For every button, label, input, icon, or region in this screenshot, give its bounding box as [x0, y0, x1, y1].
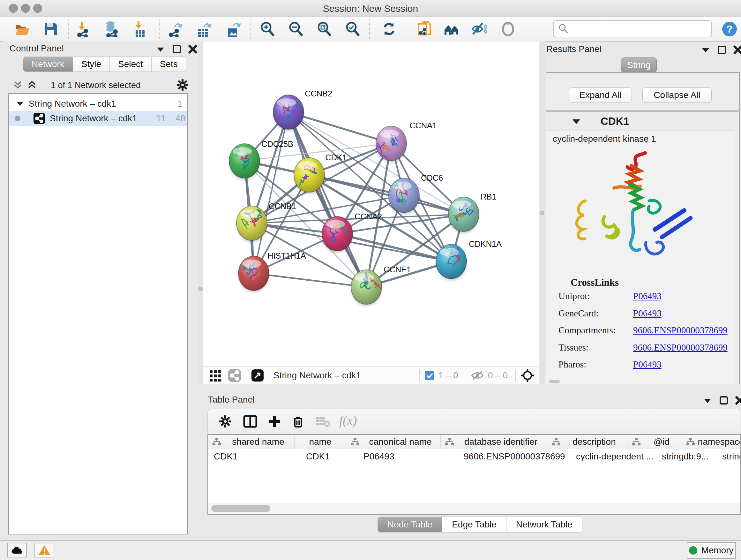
expand-all-button[interactable]: Expand All: [569, 87, 632, 103]
clone-network-icon[interactable]: [415, 20, 433, 38]
float-menu-icon[interactable]: [156, 45, 165, 53]
tab-node-table[interactable]: Node Table: [378, 516, 442, 533]
cloud-icon: [10, 545, 23, 555]
shared-column-icon: [211, 437, 222, 447]
tab-edge-table[interactable]: Edge Table: [442, 516, 507, 533]
column-header-namespace[interactable]: namespace: [682, 435, 741, 449]
crosslink-link[interactable]: 9606.ENSP00000378699: [633, 342, 728, 353]
open-session-icon[interactable]: [13, 20, 31, 38]
column-header-shared-name[interactable]: shared name: [208, 435, 294, 449]
delete-column-icon[interactable]: [291, 414, 306, 429]
node-CCNA1[interactable]: CCNA1: [376, 121, 437, 162]
results-vscrollbar[interactable]: [734, 113, 739, 383]
network-canvas[interactable]: CCNB2CCNA1CDC25BCDK1CDC6RB1CCNB1CCNA2CDK…: [203, 42, 539, 367]
table-options-gear-icon[interactable]: [218, 414, 232, 429]
edge-CCNB2-HIST1H1A[interactable]: [254, 112, 288, 273]
fit-selected-crosshair-icon[interactable]: [520, 368, 535, 383]
collapse-all-icon[interactable]: [12, 79, 23, 91]
column-header-description[interactable]: description: [547, 435, 627, 449]
table-cell[interactable]: CDK1: [300, 449, 358, 464]
export-image-icon[interactable]: [224, 20, 242, 38]
table-cell[interactable]: CDK1: [208, 449, 300, 464]
birds-eye-view-icon[interactable]: [251, 369, 264, 382]
close-panel-icon[interactable]: [188, 45, 197, 54]
undock-panel-icon[interactable]: [719, 396, 728, 405]
network-row[interactable]: String Network – cdk1 11 48: [9, 111, 187, 126]
left-splitter[interactable]: [198, 42, 203, 384]
search-field[interactable]: [553, 20, 712, 37]
show-graphics-details-icon[interactable]: [499, 20, 517, 38]
column-header-name[interactable]: name: [294, 435, 346, 449]
apply-layout-icon[interactable]: [380, 20, 398, 38]
table-cell[interactable]: cyclin-dependent ...: [570, 449, 656, 464]
expand-all-icon[interactable]: [26, 79, 38, 91]
node-attribute-table[interactable]: shared namenamecanonical namedatabase id…: [207, 434, 741, 515]
network-graph[interactable]: CCNB2CCNA1CDC25BCDK1CDC6RB1CCNB1CCNA2CDK…: [203, 42, 539, 367]
crosslink-link[interactable]: P06493: [633, 359, 662, 369]
memory-button[interactable]: Memory: [687, 542, 736, 559]
import-network-file-icon[interactable]: [74, 20, 92, 38]
tab-style[interactable]: Style: [73, 57, 110, 72]
float-menu-icon[interactable]: [703, 396, 712, 405]
edge-CCNB2-CCNA1[interactable]: [288, 112, 391, 143]
export-network-icon[interactable]: [166, 20, 185, 38]
network-collection-row[interactable]: String Network – cdk1 1: [9, 97, 187, 111]
table-cell[interactable]: P06493: [358, 449, 458, 464]
close-panel-icon[interactable]: [733, 45, 741, 54]
crosslink-row: GeneCard:P06493: [553, 308, 732, 319]
crosslink-link[interactable]: P06493: [633, 308, 662, 318]
import-table-file-icon[interactable]: [131, 20, 149, 38]
cloud-tasks-button[interactable]: [7, 543, 27, 557]
view-mode-icon[interactable]: [227, 368, 242, 382]
table-row[interactable]: CDK1CDK1P064939606.ENSP00000378699cyclin…: [208, 449, 740, 464]
search-input[interactable]: [572, 23, 711, 34]
crosslinks-hscroll-thumb[interactable]: [549, 380, 560, 383]
import-network-database-icon[interactable]: [103, 20, 121, 38]
edge-CCNB2-CCNE1[interactable]: [288, 112, 366, 287]
grid-mode-icon[interactable]: [208, 368, 222, 382]
tab-string[interactable]: String: [621, 57, 657, 72]
column-header--id[interactable]: @id: [627, 435, 682, 449]
float-menu-icon[interactable]: [701, 46, 711, 54]
zoom-in-icon[interactable]: [259, 20, 276, 38]
crosslink-link[interactable]: P06493: [633, 291, 662, 301]
right-splitter[interactable]: [539, 42, 545, 385]
memory-status-dot: [689, 546, 697, 555]
column-header-canonical-name[interactable]: canonical name: [346, 435, 441, 449]
zoom-selected-icon[interactable]: [344, 20, 361, 38]
zoom-out-icon[interactable]: [287, 20, 305, 38]
table-cell[interactable]: 9606.ENSP00000378699: [458, 449, 570, 464]
warnings-button[interactable]: [35, 543, 54, 557]
node-CDKN1A[interactable]: CDKN1A: [436, 239, 502, 280]
collection-expander-icon[interactable]: [16, 100, 24, 108]
node-CDC6[interactable]: CDC6: [389, 173, 443, 214]
save-session-icon[interactable]: [42, 20, 60, 38]
export-table-icon[interactable]: [195, 20, 213, 38]
hide-glass-effect-icon[interactable]: [470, 20, 488, 38]
tab-sets[interactable]: Sets: [151, 57, 186, 72]
string-home-icon[interactable]: [443, 20, 461, 38]
show-columns-icon[interactable]: [243, 414, 258, 429]
add-column-icon[interactable]: [267, 414, 282, 429]
edge-HIST1H1A-CCNE1[interactable]: [254, 273, 366, 287]
fit-content-icon[interactable]: [315, 20, 333, 38]
collection-count: 1: [178, 99, 183, 109]
table-cell[interactable]: stringdb:9...: [656, 449, 717, 464]
collapse-section-icon[interactable]: [572, 118, 581, 125]
undock-panel-icon[interactable]: [172, 45, 181, 54]
node-HIST1H1A[interactable]: HIST1H1A: [239, 251, 306, 292]
table-cell[interactable]: stringdb: [717, 449, 741, 464]
protein-section-header[interactable]: CDK1: [546, 112, 739, 131]
tab-network-table[interactable]: Network Table: [506, 516, 583, 533]
undock-panel-icon[interactable]: [718, 45, 726, 54]
collapse-all-button[interactable]: Collapse All: [643, 87, 712, 103]
table-hscrollbar[interactable]: [208, 503, 740, 514]
tab-select[interactable]: Select: [110, 57, 151, 72]
crosslink-link[interactable]: 9606.ENSP00000378699: [633, 325, 728, 335]
column-header-database-identifier[interactable]: database identifier: [441, 435, 547, 449]
tab-network[interactable]: Network: [23, 57, 73, 72]
node-RB1[interactable]: RB1: [448, 192, 496, 233]
help-icon[interactable]: ?: [721, 20, 738, 38]
close-panel-icon[interactable]: [735, 396, 741, 405]
network-options-gear-icon[interactable]: [176, 78, 190, 92]
